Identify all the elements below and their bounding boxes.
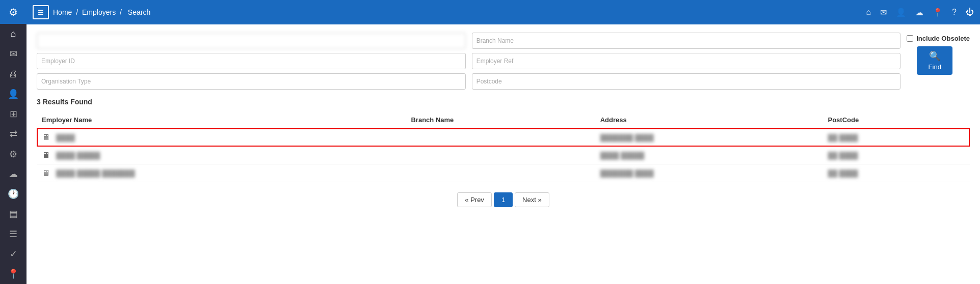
table-row[interactable]: 🖥 ████ ███████ ████ ██ ████ [37, 128, 970, 147]
include-obsolete-label[interactable]: Include Obsolete [907, 35, 970, 42]
search-form: Include Obsolete 🔍 Find [37, 33, 970, 90]
col-header-employer-name: Employer Name [37, 112, 406, 128]
employer-name-value: ████ █████ ███████ [56, 169, 135, 177]
topbar-power-icon[interactable]: ⏻ [966, 8, 974, 17]
topbar-cloud-icon[interactable]: ☁ [915, 8, 923, 17]
postcode-cell: ██ ████ [823, 164, 970, 182]
table-header-row: Employer Name Branch Name Address PostCo… [37, 112, 970, 128]
address-value: ███████ ████ [600, 134, 654, 141]
sidebar-hierarchy-icon[interactable]: ⊞ [0, 104, 27, 124]
sidebar-shuffle-icon[interactable]: ⇄ [0, 124, 27, 144]
content-area: Include Obsolete 🔍 Find 3 Results Found … [27, 24, 980, 284]
employer-name-cell: 🖥 ████ [37, 128, 406, 147]
employer-cell: 🖥 ████ [42, 133, 401, 142]
postcode-value: ██ ████ [828, 134, 858, 141]
branch-name-input[interactable] [472, 33, 901, 49]
sidebar-clock-icon[interactable]: 🕐 [0, 184, 27, 204]
search-icon: 🔍 [929, 50, 940, 62]
employer-row-icon: 🖥 [42, 168, 50, 178]
postcode-value: ██ ████ [828, 169, 858, 177]
employer-cell: 🖥 ████ █████ ███████ [42, 168, 401, 178]
sidebar: ⚙ ⌂ ✉ 🖨 👤 ⊞ ⇄ ⚙ ☁ 🕐 ▤ ☰ ✓ 📍 [0, 0, 27, 284]
employer-cell: 🖥 ████ █████ [42, 151, 401, 160]
search-actions: Include Obsolete 🔍 Find [907, 33, 970, 75]
sidebar-cloud-icon[interactable]: ☁ [0, 164, 27, 184]
find-button-label: Find [929, 63, 941, 71]
employer-name-value: ████ [56, 134, 75, 141]
sidebar-check-icon[interactable]: ✓ [0, 244, 27, 264]
breadcrumb-sep2: / [120, 8, 124, 16]
sidebar-print-icon[interactable]: 🖨 [0, 64, 27, 84]
next-button[interactable]: Next » [515, 192, 549, 207]
branch-name-cell [406, 128, 595, 147]
col-header-postcode: PostCode [823, 112, 970, 128]
hamburger-icon: ☰ [38, 9, 44, 16]
name-input[interactable] [37, 33, 466, 49]
employer-id-input[interactable] [37, 53, 466, 69]
table-body: 🖥 ████ ███████ ████ ██ ████ [37, 128, 970, 182]
postcode-cell: ██ ████ [823, 147, 970, 164]
sidebar-user-icon[interactable]: 👤 [0, 84, 27, 104]
results-count: 3 Results Found [37, 98, 970, 106]
employer-name-value: ████ █████ [56, 152, 100, 159]
address-value: ███████ ████ [600, 169, 654, 177]
address-cell: ███████ ████ [595, 164, 823, 182]
breadcrumb-search: Search [128, 8, 150, 16]
postcode-cell: ██ ████ [823, 128, 970, 147]
employer-row-icon: 🖥 [42, 151, 50, 160]
topbar-help-icon[interactable]: ? [952, 8, 957, 17]
topbar-left: ☰ Home / Employers / Search [33, 5, 152, 19]
employer-name-cell: 🖥 ████ █████ [37, 147, 406, 164]
results-table: Employer Name Branch Name Address PostCo… [37, 112, 970, 182]
breadcrumb: Home / Employers / Search [53, 8, 152, 16]
sidebar-list-icon[interactable]: ☰ [0, 224, 27, 244]
topbar-location-icon[interactable]: 📍 [933, 8, 943, 17]
address-cell: ███████ ████ [595, 128, 823, 147]
postcode-input[interactable] [472, 73, 901, 90]
breadcrumb-employers[interactable]: Employers [82, 8, 116, 16]
sidebar-envelope-icon[interactable]: ✉ [0, 44, 27, 64]
address-value: ████ █████ [600, 152, 645, 159]
address-cell: ████ █████ [595, 147, 823, 164]
employer-row-icon: 🖥 [42, 133, 50, 142]
branch-name-cell [406, 164, 595, 182]
employer-name-cell: 🖥 ████ █████ ███████ [37, 164, 406, 182]
topbar-home-icon[interactable]: ⌂ [866, 8, 871, 17]
sidebar-layers-icon[interactable]: ▤ [0, 204, 27, 224]
organisation-type-input[interactable] [37, 73, 466, 90]
sidebar-settings-icon[interactable]: ⚙ [0, 144, 27, 164]
table-row[interactable]: 🖥 ████ █████ ███████ ███████ ████ ██ ███… [37, 164, 970, 182]
pagination: « Prev 1 Next » [37, 192, 970, 212]
search-col-left [37, 33, 466, 90]
main-area: ☰ Home / Employers / Search ⌂ ✉ 👤 ☁ 📍 ? … [27, 0, 980, 284]
employer-ref-input[interactable] [472, 53, 901, 69]
prev-button[interactable]: « Prev [457, 192, 492, 207]
topbar: ☰ Home / Employers / Search ⌂ ✉ 👤 ☁ 📍 ? … [27, 0, 980, 24]
table-row[interactable]: 🖥 ████ █████ ████ █████ ██ ████ [37, 147, 970, 164]
postcode-value: ██ ████ [828, 152, 858, 159]
col-header-address: Address [595, 112, 823, 128]
topbar-user-icon[interactable]: 👤 [896, 8, 906, 17]
col-header-branch-name: Branch Name [406, 112, 595, 128]
menu-button[interactable]: ☰ [33, 5, 49, 19]
topbar-mail-icon[interactable]: ✉ [880, 8, 887, 17]
breadcrumb-home[interactable]: Home [53, 8, 72, 16]
page-1-button[interactable]: 1 [494, 192, 513, 207]
breadcrumb-sep1: / [76, 8, 80, 16]
include-obsolete-checkbox[interactable] [907, 35, 913, 42]
topbar-right: ⌂ ✉ 👤 ☁ 📍 ? ⏻ [866, 8, 974, 17]
branch-name-cell [406, 147, 595, 164]
find-button[interactable]: 🔍 Find [917, 46, 952, 75]
include-obsolete-text: Include Obsolete [916, 35, 970, 42]
sidebar-location-icon[interactable]: 📍 [0, 264, 27, 284]
sidebar-logo[interactable]: ⚙ [0, 0, 27, 24]
table-header: Employer Name Branch Name Address PostCo… [37, 112, 970, 128]
sidebar-home-icon[interactable]: ⌂ [0, 24, 27, 44]
search-col-right [472, 33, 901, 90]
